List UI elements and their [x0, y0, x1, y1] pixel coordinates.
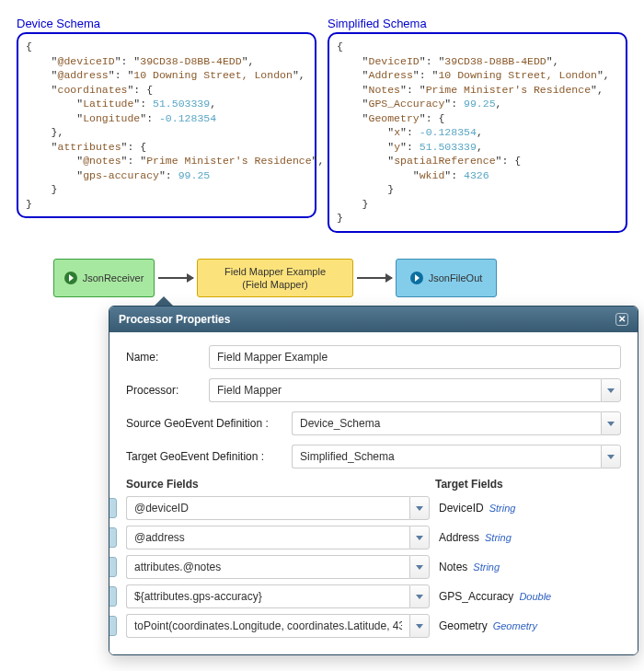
line-badge: Line 1: [109, 498, 117, 518]
target-field-type: Geometry: [493, 620, 537, 631]
target-def-label: Target GeoEvent Definition :: [126, 450, 292, 463]
play-icon: [64, 272, 77, 284]
json-fileout-label: JsonFileOut: [429, 272, 483, 284]
device-schema-title: Device Schema: [17, 17, 316, 30]
source-field-input[interactable]: [126, 555, 409, 579]
source-def-label: Source GeoEvent Definition :: [126, 417, 292, 430]
device-schema: Device Schema { "@deviceID": "39CD38-D8B…: [17, 17, 316, 233]
json-receiver-node[interactable]: JsonReceiver: [53, 259, 155, 297]
target-field-cell: Geometry Geometry: [430, 619, 537, 632]
panel-title: Processor Properties: [119, 313, 230, 326]
source-fields-header: Source Fields: [126, 478, 430, 491]
target-def-row: Target GeoEvent Definition :: [126, 445, 621, 469]
field-mapper-label-1: Field Mapper Example: [224, 265, 326, 278]
panel-body: Name: Processor: Source GeoEvent Definit…: [109, 332, 638, 654]
source-def-row: Source GeoEvent Definition :: [126, 411, 621, 435]
mapping-row: Line 1 DeviceID String: [109, 496, 621, 520]
chevron-down-icon[interactable]: [409, 555, 430, 579]
source-field-combo[interactable]: [126, 496, 430, 520]
mapping-row: Line 4 GPS_Accuracy Double: [109, 584, 621, 608]
simplified-schema-title: Simplified Schema: [328, 17, 627, 30]
target-field-type: String: [485, 532, 512, 543]
close-icon[interactable]: ✕: [615, 313, 628, 326]
chevron-down-icon[interactable]: [409, 614, 430, 638]
flow-diagram: JsonReceiver Field Mapper Example (Field…: [53, 259, 627, 298]
source-field-input[interactable]: [126, 496, 409, 520]
source-field-combo[interactable]: [126, 584, 430, 608]
target-def-combo[interactable]: [292, 445, 621, 469]
chevron-down-icon[interactable]: [409, 584, 430, 608]
simplified-schema: Simplified Schema { "DeviceID": "39CD38-…: [328, 17, 627, 233]
target-def-input[interactable]: [292, 445, 601, 469]
panel-pointer-icon: [155, 296, 173, 306]
field-mapper-label-2: (Field Mapper): [242, 278, 308, 291]
field-mapper-node[interactable]: Field Mapper Example (Field Mapper): [197, 259, 353, 298]
processor-properties-panel: Processor Properties ✕ Name: Processor: …: [109, 306, 638, 655]
target-field-name: Notes: [439, 561, 467, 573]
processor-row: Processor:: [126, 378, 621, 402]
processor-label: Processor:: [126, 384, 209, 397]
source-field-input[interactable]: [126, 584, 409, 608]
line-badge: Line 5: [109, 616, 117, 636]
source-def-input[interactable]: [292, 411, 601, 435]
source-field-combo[interactable]: [126, 526, 430, 550]
target-field-name: Geometry: [439, 619, 488, 632]
source-field-combo[interactable]: [126, 555, 430, 579]
processor-combo[interactable]: [209, 378, 621, 402]
target-field-name: Address: [439, 531, 479, 544]
chevron-down-icon[interactable]: [601, 378, 621, 402]
schema-row: Device Schema { "@deviceID": "39CD38-D8B…: [17, 17, 627, 233]
play-icon: [410, 272, 423, 284]
target-field-cell: GPS_Accuracy Double: [430, 590, 551, 603]
line-badge: Line 2: [109, 527, 117, 548]
target-field-cell: Notes String: [430, 561, 500, 573]
arrow-icon: [158, 277, 193, 279]
processor-input[interactable]: [209, 378, 601, 402]
source-def-combo[interactable]: [292, 411, 621, 435]
line-badge: Line 4: [109, 586, 117, 607]
mapping-columns-header: Source Fields Target Fields: [126, 478, 621, 491]
chevron-down-icon[interactable]: [409, 526, 430, 550]
target-field-type: String: [473, 561, 500, 573]
target-fields-header: Target Fields: [430, 478, 621, 491]
target-field-name: DeviceID: [439, 502, 484, 515]
target-field-cell: Address String: [430, 531, 512, 544]
panel-header: Processor Properties ✕: [109, 307, 638, 332]
device-schema-code: { "@deviceID": "39CD38-D8BB-4EDD", "@add…: [17, 32, 316, 218]
target-field-cell: DeviceID String: [430, 502, 515, 515]
name-label: Name:: [126, 351, 209, 364]
mapping-row: Line 5 Geometry Geometry: [109, 614, 621, 638]
mapping-row: Line 3 Notes String: [109, 555, 621, 579]
target-field-type: Double: [519, 591, 551, 602]
mapping-rows: Line 1 DeviceID String Line 2 Address St…: [126, 496, 621, 638]
source-field-combo[interactable]: [126, 614, 430, 638]
chevron-down-icon[interactable]: [601, 445, 621, 469]
chevron-down-icon[interactable]: [409, 496, 430, 520]
source-field-input[interactable]: [126, 614, 409, 638]
simplified-schema-code: { "DeviceID": "39CD38-D8BB-4EDD", "Addre…: [328, 32, 627, 233]
arrow-icon: [357, 277, 392, 279]
source-field-input[interactable]: [126, 526, 409, 550]
chevron-down-icon[interactable]: [601, 411, 621, 435]
json-receiver-label: JsonReceiver: [83, 272, 144, 284]
name-row: Name:: [126, 345, 621, 369]
mapping-row: Line 2 Address String: [109, 526, 621, 550]
name-input[interactable]: [209, 345, 621, 369]
json-fileout-node[interactable]: JsonFileOut: [396, 259, 497, 297]
target-field-name: GPS_Accuracy: [439, 590, 513, 603]
line-badge: Line 3: [109, 557, 117, 577]
target-field-type: String: [489, 503, 516, 514]
